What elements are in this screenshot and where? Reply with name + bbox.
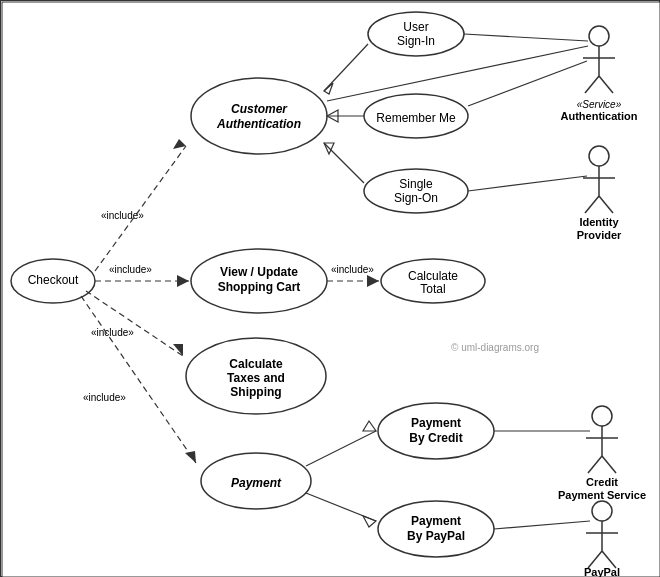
- calc-total-label2: Total: [420, 282, 445, 296]
- payment-credit-label2: By Credit: [409, 431, 462, 445]
- view-cart-label2: Shopping Cart: [218, 280, 301, 294]
- sso-label2: Sign-On: [394, 191, 438, 205]
- customer-auth-label2: Authentication: [216, 117, 301, 131]
- svg-point-27: [592, 501, 612, 521]
- calc-taxes-label3: Shipping: [230, 385, 281, 399]
- svg-point-22: [592, 406, 612, 426]
- paypal-label: PayPal: [584, 566, 620, 577]
- identity-provider-label2: Provider: [577, 229, 622, 241]
- calc-taxes-label: Calculate: [229, 357, 283, 371]
- svg-point-12: [589, 26, 609, 46]
- customer-auth-label: Customer: [231, 102, 288, 116]
- identity-provider-label: Identity: [579, 216, 619, 228]
- sso-label: Single: [399, 177, 433, 191]
- auth-service-label: Authentication: [561, 110, 638, 122]
- include-label-payment: «include»: [83, 392, 126, 403]
- include-label-taxes: «include»: [91, 327, 134, 338]
- copyright-text: © uml-diagrams.org: [451, 342, 539, 353]
- include-label-total: «include»: [331, 264, 374, 275]
- view-cart-label: View / Update: [220, 265, 298, 279]
- payment-paypal-label2: By PayPal: [407, 529, 465, 543]
- calc-taxes-label2: Taxes and: [227, 371, 285, 385]
- checkout-label: Checkout: [28, 273, 79, 287]
- user-signin-label: User: [403, 20, 428, 34]
- svg-point-17: [589, 146, 609, 166]
- credit-service-label2: Payment Service: [558, 489, 646, 501]
- user-signin-label2: Sign-In: [397, 34, 435, 48]
- payment-label: Payment: [231, 476, 282, 490]
- diagram-container: Checkout Customer Authentication View / …: [0, 0, 660, 577]
- payment-credit-label: Payment: [411, 416, 461, 430]
- auth-service-stereotype: «Service»: [577, 99, 622, 110]
- credit-service-label: Credit: [586, 476, 618, 488]
- include-label-auth: «include»: [101, 210, 144, 221]
- include-label-cart: «include»: [109, 264, 152, 275]
- payment-paypal-label: Payment: [411, 514, 461, 528]
- remember-me-label: Remember Me: [376, 111, 456, 125]
- calc-total-label: Calculate: [408, 269, 458, 283]
